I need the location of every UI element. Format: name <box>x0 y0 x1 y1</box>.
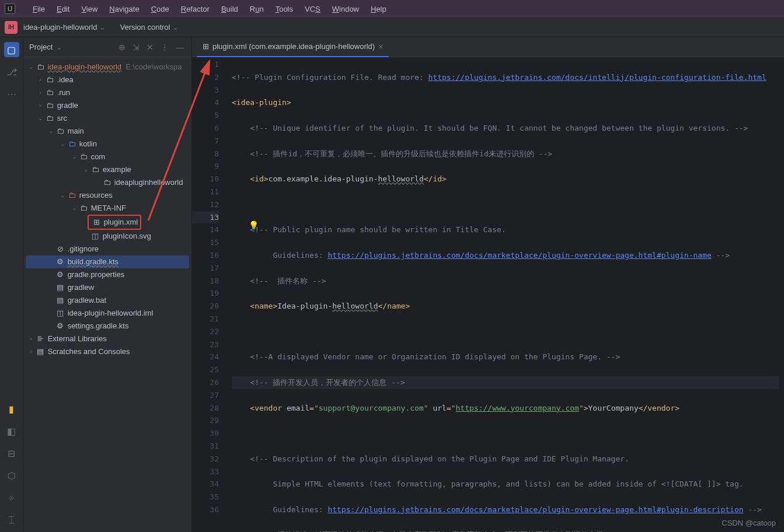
breadcrumb-project[interactable]: idea-plugin-helloworld ⌄ <box>23 23 106 32</box>
build-tool-icon[interactable]: ⟐ <box>4 490 19 505</box>
editor-tab-row: ⊞ plugin.xml (com.example.idea-plugin-he… <box>192 37 784 57</box>
bottom-tool-icon[interactable]: ⌶ <box>4 512 19 527</box>
tree-src[interactable]: ⌄🗀 src <box>26 112 189 125</box>
menu-refactor[interactable]: Refactor <box>175 2 215 16</box>
project-pane: Project ⌄ ⊕ ⇲ ✕ ⋮ — ⌄🗀 idea-plugin-hello… <box>23 37 192 532</box>
tree-kotlin[interactable]: ⌄🗀 kotlin <box>26 138 189 150</box>
hide-icon[interactable]: — <box>174 43 186 52</box>
close-icon[interactable]: × <box>378 42 383 51</box>
more-tool-icon[interactable]: ⋯ <box>4 86 19 102</box>
terminal-tool-icon[interactable]: ⬡ <box>4 468 19 483</box>
menu-bar: File Edit View Navigate Code Refactor Bu… <box>27 2 392 16</box>
tree-resources[interactable]: ⌄🗀 resources <box>26 189 189 202</box>
tree-metainf[interactable]: ⌄🗀 META-INF <box>26 202 189 215</box>
chevron-down-icon[interactable]: ⌄ <box>56 43 62 51</box>
code-editor[interactable]: 1234567891011121314151617181920212223242… <box>192 57 784 532</box>
tab-label: plugin.xml (com.example.idea-plugin-hell… <box>212 42 375 51</box>
editor-tab[interactable]: ⊞ plugin.xml (com.example.idea-plugin-he… <box>197 37 389 57</box>
tree-scratches[interactable]: ›▤ Scratches and Consoles <box>26 345 189 358</box>
code-content[interactable]: <!-- Plugin Configuration File. Read mor… <box>227 57 784 532</box>
tree-gradle[interactable]: ›🗀 gradle <box>26 99 189 112</box>
menu-help[interactable]: Help <box>365 2 392 16</box>
options-icon[interactable]: ⋮ <box>159 43 170 52</box>
tree-main[interactable]: ⌄🗀 main <box>26 125 189 138</box>
project-tool-icon[interactable]: ▢ <box>4 42 19 57</box>
breadcrumb-vcs[interactable]: Version control ⌄ <box>120 23 179 32</box>
pane-title[interactable]: Project <box>29 43 53 51</box>
structure-tool-icon[interactable]: ◧ <box>4 424 19 439</box>
gutter: 1234567891011121314151617181920212223242… <box>192 57 227 532</box>
menu-code[interactable]: Code <box>145 2 175 16</box>
chevron-down-icon: ⌄ <box>99 23 106 32</box>
app-logo: IJ <box>5 4 15 14</box>
tree-gitignore[interactable]: ⊘ .gitignore <box>26 243 189 256</box>
menu-view[interactable]: View <box>75 2 103 16</box>
tree-settings-gradle[interactable]: ⚙ settings.gradle.kts <box>26 320 189 332</box>
tree-plugin-xml[interactable]: ⊞ plugin.xml <box>26 215 189 230</box>
tree-iml[interactable]: ◫ idea-plugin-helloworld.iml <box>26 307 189 320</box>
editor-area: ⊞ plugin.xml (com.example.idea-plugin-he… <box>192 37 784 532</box>
tree-gradlew[interactable]: ▤ gradlew <box>26 281 189 294</box>
tree-gradlew-bat[interactable]: ▤ gradlew.bat <box>26 294 189 307</box>
tree-ext-libs[interactable]: ›⊪ External Libraries <box>26 332 189 345</box>
tree-idea[interactable]: ›🗀 .idea <box>26 74 189 86</box>
menu-file[interactable]: File <box>27 2 51 16</box>
menu-tools[interactable]: Tools <box>270 2 299 16</box>
menu-window[interactable]: Window <box>326 2 365 16</box>
project-badge: IH <box>5 21 18 34</box>
tree-root[interactable]: ⌄🗀 idea-plugin-helloworld E:\code\worksp… <box>26 61 189 74</box>
menu-vcs[interactable]: VCS <box>299 2 326 16</box>
menu-run[interactable]: Run <box>244 2 270 16</box>
project-tree[interactable]: ⌄🗀 idea-plugin-helloworld E:\code\worksp… <box>23 57 191 532</box>
menu-build[interactable]: Build <box>215 2 244 16</box>
tree-com[interactable]: ⌄🗀 com <box>26 150 189 163</box>
tree-example[interactable]: ⌄🗀 example <box>26 163 189 176</box>
intention-bulb-icon[interactable]: 💡 <box>249 220 259 230</box>
tree-run[interactable]: ›🗀 .run <box>26 86 189 99</box>
menu-edit[interactable]: Edit <box>51 2 75 16</box>
watermark: CSDN @catoop <box>722 519 776 527</box>
chevron-down-icon: ⌄ <box>172 23 179 32</box>
menu-navigate[interactable]: Navigate <box>103 2 145 16</box>
commit-tool-icon[interactable]: ⎇ <box>4 64 19 79</box>
expand-icon[interactable]: ⇲ <box>131 43 141 52</box>
tree-gradle-props[interactable]: ⚙ gradle.properties <box>26 268 189 281</box>
collapse-icon[interactable]: ✕ <box>145 43 155 52</box>
database-tool-icon[interactable]: ▮ <box>4 401 19 416</box>
file-icon: ⊞ <box>203 42 209 51</box>
title-bar: IJ File Edit View Navigate Code Refactor… <box>0 0 784 18</box>
services-tool-icon[interactable]: ⊟ <box>4 446 19 461</box>
locate-icon[interactable]: ⊕ <box>117 43 127 52</box>
left-tool-strip: ▢ ⎇ ⋯ ▮ ◧ ⊟ ⬡ ⟐ ⌶ <box>0 37 23 532</box>
tree-build-gradle[interactable]: ⚙ build.gradle.kts <box>26 256 189 268</box>
tree-pkg[interactable]: 🗀 ideapluginhelloworld <box>26 176 189 189</box>
tree-plugin-icon[interactable]: ◫ pluginIcon.svg <box>26 230 189 243</box>
top-nav: IH idea-plugin-helloworld ⌄ Version cont… <box>0 18 784 37</box>
project-pane-header: Project ⌄ ⊕ ⇲ ✕ ⋮ — <box>23 37 191 57</box>
